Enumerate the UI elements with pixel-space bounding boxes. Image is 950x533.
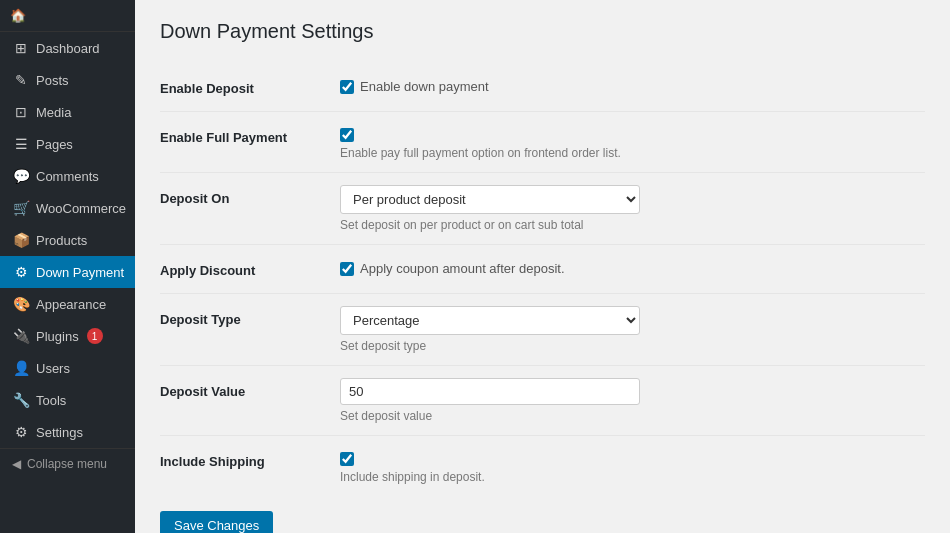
sidebar: 🏠 ⊞Dashboard✎Posts⊡Media☰Pages💬Comments🛒… [0, 0, 135, 533]
select-deposit-on[interactable]: Per product depositCart sub total [340, 185, 640, 214]
sidebar-item-woocommerce[interactable]: 🛒WooCommerce [0, 192, 135, 224]
sidebar-item-label-pages: Pages [36, 137, 73, 152]
settings-icon: ⚙ [12, 424, 30, 440]
plugins-icon: 🔌 [12, 328, 30, 344]
field-control-apply-discount: Apply coupon amount after deposit. [340, 245, 925, 294]
settings-row-include-shipping: Include ShippingInclude shipping in depo… [160, 436, 925, 497]
field-control-deposit-value: Set deposit value [340, 366, 925, 436]
sidebar-item-label-settings: Settings [36, 425, 83, 440]
checkbox-row-apply-discount: Apply coupon amount after deposit. [340, 261, 925, 276]
collapse-menu-label: Collapse menu [27, 457, 107, 471]
sidebar-item-label-products: Products [36, 233, 87, 248]
checkbox-label-enable-deposit: Enable down payment [360, 79, 489, 94]
page-title: Down Payment Settings [160, 20, 925, 43]
checkbox-apply-discount[interactable] [340, 262, 354, 276]
main-content: Down Payment Settings Enable DepositEnab… [135, 0, 950, 533]
settings-row-enable-full-payment: Enable Full PaymentEnable pay full payme… [160, 112, 925, 173]
posts-icon: ✎ [12, 72, 30, 88]
sidebar-item-plugins[interactable]: 🔌Plugins1 [0, 320, 135, 352]
dashboard-icon: ⊞ [12, 40, 30, 56]
checkbox-row-enable-full-payment [340, 128, 925, 142]
field-control-include-shipping: Include shipping in deposit. [340, 436, 925, 497]
sidebar-item-media[interactable]: ⊡Media [0, 96, 135, 128]
sidebar-item-label-appearance: Appearance [36, 297, 106, 312]
field-description-deposit-type: Set deposit type [340, 339, 925, 353]
sidebar-item-label-media: Media [36, 105, 71, 120]
checkbox-enable-full-payment[interactable] [340, 128, 354, 142]
wp-logo-icon: 🏠 [10, 8, 26, 23]
field-description-deposit-value: Set deposit value [340, 409, 925, 423]
settings-row-deposit-value: Deposit ValueSet deposit value [160, 366, 925, 436]
field-label-apply-discount: Apply Discount [160, 245, 340, 294]
sidebar-item-appearance[interactable]: 🎨Appearance [0, 288, 135, 320]
settings-row-enable-deposit: Enable DepositEnable down payment [160, 63, 925, 112]
field-control-deposit-on: Per product depositCart sub totalSet dep… [340, 173, 925, 245]
sidebar-item-label-woocommerce: WooCommerce [36, 201, 126, 216]
sidebar-item-users[interactable]: 👤Users [0, 352, 135, 384]
sidebar-item-label-users: Users [36, 361, 70, 376]
appearance-icon: 🎨 [12, 296, 30, 312]
sidebar-item-pages[interactable]: ☰Pages [0, 128, 135, 160]
sidebar-item-posts[interactable]: ✎Posts [0, 64, 135, 96]
sidebar-item-settings[interactable]: ⚙Settings [0, 416, 135, 448]
field-description-include-shipping: Include shipping in deposit. [340, 470, 925, 484]
field-control-enable-full-payment: Enable pay full payment option on fronte… [340, 112, 925, 173]
plugins-badge: 1 [87, 328, 103, 344]
sidebar-item-label-posts: Posts [36, 73, 69, 88]
field-control-deposit-type: PercentageFixedSet deposit type [340, 294, 925, 366]
field-label-deposit-type: Deposit Type [160, 294, 340, 366]
sidebar-item-label-tools: Tools [36, 393, 66, 408]
sidebar-item-tools[interactable]: 🔧Tools [0, 384, 135, 416]
sidebar-item-dashboard[interactable]: ⊞Dashboard [0, 32, 135, 64]
users-icon: 👤 [12, 360, 30, 376]
pages-icon: ☰ [12, 136, 30, 152]
input-deposit-value[interactable] [340, 378, 640, 405]
field-label-enable-full-payment: Enable Full Payment [160, 112, 340, 173]
sidebar-item-label-plugins: Plugins [36, 329, 79, 344]
field-control-enable-deposit: Enable down payment [340, 63, 925, 112]
settings-row-deposit-type: Deposit TypePercentageFixedSet deposit t… [160, 294, 925, 366]
woocommerce-icon: 🛒 [12, 200, 30, 216]
save-changes-button[interactable]: Save Changes [160, 511, 273, 533]
media-icon: ⊡ [12, 104, 30, 120]
field-description-deposit-on: Set deposit on per product or on cart su… [340, 218, 925, 232]
products-icon: 📦 [12, 232, 30, 248]
settings-row-deposit-on: Deposit OnPer product depositCart sub to… [160, 173, 925, 245]
checkbox-row-enable-deposit: Enable down payment [340, 79, 925, 94]
tools-icon: 🔧 [12, 392, 30, 408]
sidebar-item-label-down-payment: Down Payment [36, 265, 124, 280]
checkbox-label-apply-discount: Apply coupon amount after deposit. [360, 261, 565, 276]
sidebar-item-label-dashboard: Dashboard [36, 41, 100, 56]
field-label-enable-deposit: Enable Deposit [160, 63, 340, 112]
field-label-deposit-on: Deposit On [160, 173, 340, 245]
select-deposit-type[interactable]: PercentageFixed [340, 306, 640, 335]
checkbox-enable-deposit[interactable] [340, 80, 354, 94]
settings-table: Enable DepositEnable down paymentEnable … [160, 63, 925, 496]
sidebar-item-products[interactable]: 📦Products [0, 224, 135, 256]
checkbox-include-shipping[interactable] [340, 452, 354, 466]
settings-row-apply-discount: Apply DiscountApply coupon amount after … [160, 245, 925, 294]
field-label-include-shipping: Include Shipping [160, 436, 340, 497]
collapse-icon: ◀ [12, 457, 21, 471]
field-label-deposit-value: Deposit Value [160, 366, 340, 436]
sidebar-item-comments[interactable]: 💬Comments [0, 160, 135, 192]
sidebar-item-down-payment[interactable]: ⚙Down Payment [0, 256, 135, 288]
field-description-enable-full-payment: Enable pay full payment option on fronte… [340, 146, 925, 160]
collapse-menu-item[interactable]: ◀ Collapse menu [0, 448, 135, 479]
sidebar-header: 🏠 [0, 0, 135, 32]
comments-icon: 💬 [12, 168, 30, 184]
sidebar-item-label-comments: Comments [36, 169, 99, 184]
checkbox-row-include-shipping [340, 452, 925, 466]
down-payment-icon: ⚙ [12, 264, 30, 280]
